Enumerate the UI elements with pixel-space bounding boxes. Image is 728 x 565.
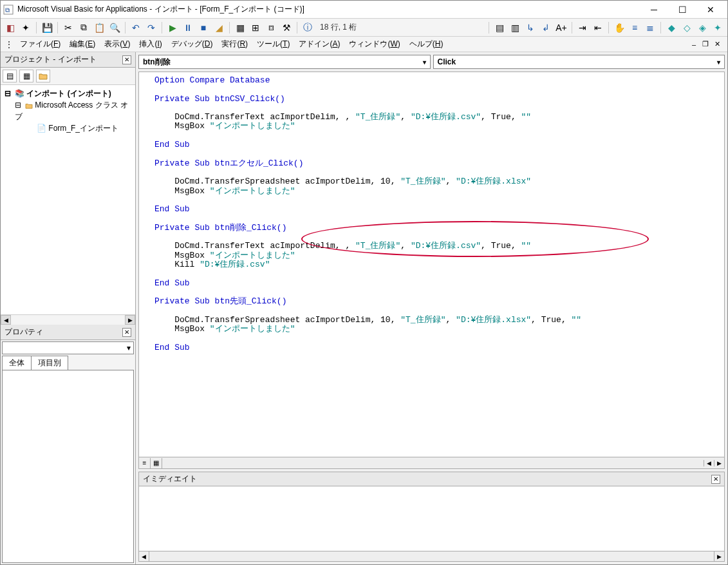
scroll-right-icon[interactable]: ▶ (714, 551, 724, 561)
chevron-down-icon: ▾ (717, 59, 720, 66)
help-icon[interactable]: ⓘ (301, 21, 315, 35)
properties-tab-category[interactable]: 項目別 (31, 356, 68, 370)
scroll-left-icon[interactable]: ◀ (1, 315, 11, 325)
run-icon[interactable]: ▶ (165, 21, 180, 35)
close-button[interactable]: ✕ (696, 1, 725, 18)
project-panel-label: プロジェクト - インポート (5, 54, 97, 65)
chevron-down-icon: ▾ (423, 59, 426, 66)
immediate-body[interactable] (138, 486, 725, 551)
project-panel-close-button[interactable]: ✕ (122, 55, 131, 64)
reset-icon[interactable]: ■ (196, 21, 210, 35)
menu-window[interactable]: ウィンドウ(W) (345, 37, 404, 51)
cursor-position: 18 行, 1 桁 (320, 22, 357, 33)
properties-panel-close-button[interactable]: ✕ (122, 328, 131, 337)
menu-debug[interactable]: デバッグ(D) (167, 37, 217, 51)
code-editor[interactable]: Option Compare Database Private Sub btnC… (138, 72, 725, 457)
bookmark-icon[interactable]: ◆ (664, 21, 678, 35)
annotation-circle (301, 221, 649, 257)
menu-file[interactable]: ファイル(F) (16, 37, 64, 51)
properties-body[interactable] (2, 370, 134, 563)
menu-insert[interactable]: 挿入(I) (135, 37, 165, 51)
event-combo[interactable]: Click ▾ (433, 55, 725, 69)
project-folder[interactable]: ⊟ Microsoft Access クラス オブ (3, 99, 133, 122)
mdi-minimize-button[interactable]: – (689, 39, 699, 50)
uncomment-icon[interactable]: ≣ (643, 21, 657, 35)
immediate-window: イミディエイト ✕ ◀ ▶ (138, 472, 725, 562)
properties-panel-title: プロパティ ✕ (1, 325, 135, 340)
next-bookmark-icon[interactable]: ◇ (680, 21, 694, 35)
main-area: プロジェクト - インポート ✕ ▤ ▦ ⊟📚 インポート (インポート) ⊟ … (1, 52, 727, 564)
properties-panel-label: プロパティ (5, 327, 43, 338)
toggle-folders-icon[interactable] (36, 70, 50, 82)
breakpoint-icon[interactable]: ✋ (612, 21, 626, 35)
break-icon[interactable]: ⏸ (181, 21, 195, 35)
minimize-button[interactable]: ─ (640, 1, 668, 18)
undo-icon[interactable]: ↶ (129, 21, 143, 35)
copy-icon[interactable]: ⧉ (77, 21, 91, 35)
view-code-icon[interactable]: ▤ (3, 70, 17, 82)
menubar-grip-icon: ⋮ (3, 39, 15, 50)
svg-text:⧉: ⧉ (5, 6, 10, 14)
immediate-title: イミディエイト (143, 474, 197, 484)
properties-icon[interactable]: ⊞ (248, 21, 263, 35)
properties-tab-all[interactable]: 全体 (2, 356, 32, 370)
redo-icon[interactable]: ↷ (144, 21, 158, 35)
project-hscroll[interactable]: ◀ ▶ (1, 314, 135, 325)
object-combo[interactable]: btn削除 ▾ (138, 55, 431, 69)
scroll-left-icon[interactable]: ◀ (139, 551, 149, 561)
chevron-down-icon: ▾ (127, 343, 131, 352)
paste-icon[interactable]: 📋 (92, 21, 106, 35)
project-root[interactable]: ⊟📚 インポート (インポート) (3, 88, 133, 99)
menu-edit[interactable]: 編集(E) (66, 37, 99, 51)
prev-bookmark-icon[interactable]: ◈ (695, 21, 709, 35)
right-column: btn削除 ▾ Click ▾ Option Compare Database … (136, 52, 727, 564)
design-icon[interactable]: ◢ (212, 21, 226, 35)
project-tree[interactable]: ⊟📚 インポート (インポート) ⊟ Microsoft Access クラス … (1, 85, 135, 314)
insert-module-icon[interactable]: ✦ (19, 21, 33, 35)
edit-tb-icon-4[interactable]: ↲ (539, 21, 553, 35)
edit-tb-icon-2[interactable]: ▥ (508, 21, 522, 35)
edit-tb-icon-1[interactable]: ▤ (492, 21, 507, 35)
object-combo-value: btn削除 (143, 57, 171, 68)
maximize-button[interactable]: ☐ (668, 1, 696, 18)
app-icon: ⧉ (3, 5, 14, 15)
mdi-close-button[interactable]: ✕ (712, 39, 722, 50)
project-form[interactable]: 📄 Form_F_インポート (3, 122, 133, 134)
immediate-close-button[interactable]: ✕ (711, 475, 720, 484)
scroll-right-icon[interactable]: ▶ (714, 460, 724, 466)
scroll-right-icon[interactable]: ▶ (125, 315, 135, 325)
cut-icon[interactable]: ✂ (61, 21, 75, 35)
outdent-icon[interactable]: ⇤ (591, 21, 605, 35)
find-icon[interactable]: 🔍 (107, 21, 122, 35)
save-icon[interactable]: 💾 (40, 21, 54, 35)
properties-panel: ▾ 全体 項目別 (1, 340, 135, 564)
object-browser-icon[interactable]: ⧈ (264, 21, 278, 35)
project-panel-title: プロジェクト - インポート ✕ (1, 52, 135, 68)
project-explorer-icon[interactable]: ▦ (233, 21, 247, 35)
menu-view[interactable]: 表示(V) (100, 37, 134, 51)
code-footer: ≡ ▦ ◀ ▶ (138, 457, 725, 469)
edit-tb-icon-3[interactable]: ↳ (523, 21, 537, 35)
project-tools: ▤ ▦ (1, 68, 135, 85)
menu-addins[interactable]: アドイン(A) (295, 37, 344, 51)
full-module-view-icon[interactable]: ▦ (151, 458, 162, 468)
edit-tb-icon-5[interactable]: A+ (554, 21, 568, 35)
toolbox-icon[interactable]: ⚒ (279, 21, 294, 35)
access-icon[interactable]: ◧ (3, 21, 17, 35)
comment-icon[interactable]: ≡ (628, 21, 642, 35)
event-combo-value: Click (438, 57, 456, 66)
mdi-restore-button[interactable]: ❐ (700, 39, 711, 50)
clear-bookmarks-icon[interactable]: ✦ (711, 21, 725, 35)
scroll-left-icon[interactable]: ◀ (704, 460, 714, 466)
menu-tools[interactable]: ツール(T) (253, 37, 294, 51)
indent-icon[interactable]: ⇥ (575, 21, 590, 35)
menu-run[interactable]: 実行(R) (218, 37, 252, 51)
titlebar: ⧉ Microsoft Visual Basic for Application… (1, 1, 727, 19)
window-title: Microsoft Visual Basic for Applications … (17, 4, 640, 15)
main-toolbar: ◧ ✦ 💾 ✂ ⧉ 📋 🔍 ↶ ↷ ▶ ⏸ ■ ◢ ▦ ⊞ ⧈ ⚒ ⓘ 18 行… (1, 19, 727, 37)
properties-object-dropdown[interactable]: ▾ (2, 341, 134, 354)
view-object-icon[interactable]: ▦ (19, 70, 33, 82)
left-column: プロジェクト - インポート ✕ ▤ ▦ ⊟📚 インポート (インポート) ⊟ … (1, 52, 136, 564)
procedure-view-icon[interactable]: ≡ (139, 458, 151, 468)
menu-help[interactable]: ヘルプ(H) (406, 37, 447, 51)
